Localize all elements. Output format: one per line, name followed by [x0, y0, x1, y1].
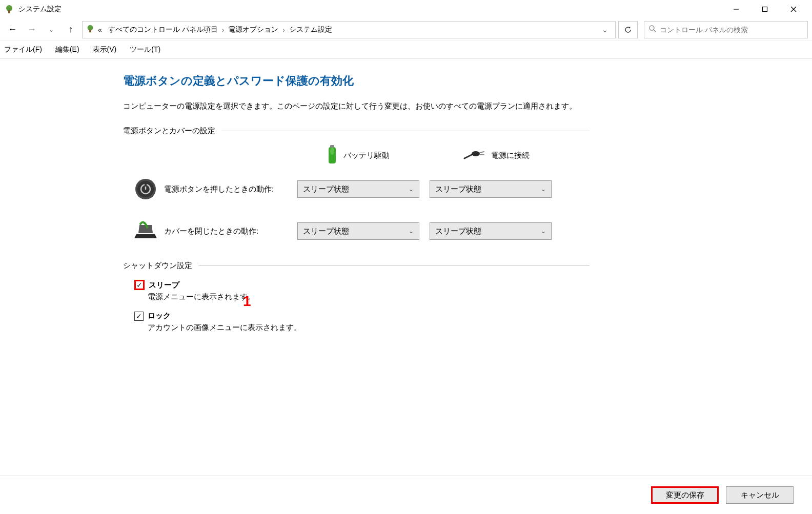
- lock-checkbox-desc: アカウントの画像メニューに表示されます。: [148, 323, 590, 333]
- breadcrumb-icon: [86, 24, 95, 35]
- menu-tools[interactable]: ツール(T): [128, 44, 163, 55]
- column-plugged-label: 電源に接続: [491, 151, 530, 160]
- divider: [221, 131, 590, 131]
- chevron-down-icon: ⌄: [409, 186, 414, 193]
- svg-rect-3: [763, 7, 767, 12]
- plug-icon: [463, 149, 486, 161]
- chevron-down-icon: ⌄: [409, 228, 414, 235]
- close-lid-label: カバーを閉じたときの動作:: [164, 227, 297, 236]
- breadcrumb-item[interactable]: システム設定: [286, 25, 335, 34]
- sleep-checkbox-label: スリープ: [149, 280, 179, 290]
- svg-line-10: [654, 30, 656, 32]
- close-lid-plugged-select[interactable]: スリープ状態 ⌄: [430, 222, 552, 240]
- up-button[interactable]: ↑: [63, 22, 79, 38]
- divider: [198, 265, 590, 266]
- chevron-down-icon: ⌄: [541, 228, 546, 235]
- checkbox-item-sleep: ✓ スリープ 電源メニューに表示されます。: [134, 280, 590, 302]
- breadcrumb-item[interactable]: すべてのコントロール パネル項目: [105, 25, 221, 34]
- power-button-label: 電源ボタンを押したときの動作:: [164, 184, 297, 194]
- refresh-button[interactable]: [618, 21, 638, 38]
- column-battery-label: バッテリ駆動: [343, 151, 390, 160]
- svg-point-14: [472, 151, 480, 156]
- laptop-icon: [133, 219, 158, 243]
- titlebar: システム設定: [0, 0, 812, 18]
- menu-file[interactable]: ファイル(F): [2, 44, 44, 55]
- app-icon: [4, 4, 14, 14]
- setting-row-power-button: 電源ボタンを押したときの動作: スリープ状態 ⌄ スリープ状態 ⌄: [133, 177, 590, 201]
- search-input[interactable]: [660, 26, 803, 34]
- annotation-marker-1: 1: [243, 293, 251, 310]
- setting-row-close-lid: カバーを閉じたときの動作: スリープ状態 ⌄ スリープ状態 ⌄: [133, 219, 590, 243]
- search-icon: [648, 25, 657, 34]
- lock-checkbox[interactable]: ✓: [134, 312, 144, 321]
- select-value: スリープ状態: [303, 184, 349, 194]
- search-box[interactable]: [644, 21, 808, 38]
- section-title: シャットダウン設定: [123, 261, 192, 271]
- svg-rect-1: [8, 10, 10, 13]
- svg-point-13: [330, 148, 334, 155]
- svg-line-15: [480, 152, 484, 153]
- menu-view[interactable]: 表示(V): [91, 44, 119, 55]
- select-value: スリープ状態: [435, 184, 481, 194]
- page-title: 電源ボタンの定義とパスワード保護の有効化: [123, 73, 590, 89]
- svg-rect-12: [330, 145, 334, 148]
- column-headers: バッテリ駆動 電源に接続: [123, 145, 590, 166]
- page-description: コンピューターの電源設定を選択できます。このページの設定に対して行う変更は、お使…: [123, 99, 584, 113]
- content: 電源ボタンの定義とパスワード保護の有効化 コンピューターの電源設定を選択できます…: [0, 59, 590, 333]
- breadcrumb-item[interactable]: 電源オプション: [225, 25, 281, 34]
- sleep-checkbox-desc: 電源メニューに表示されます。: [148, 292, 590, 302]
- checkbox-item-lock: ✓ ロック アカウントの画像メニューに表示されます。: [134, 311, 590, 333]
- sleep-checkbox[interactable]: ✓: [134, 280, 145, 290]
- chevron-right-icon: ›: [281, 26, 286, 34]
- forward-button[interactable]: →: [24, 22, 40, 38]
- maximize-button[interactable]: [750, 1, 779, 17]
- select-value: スリープ状態: [303, 227, 349, 236]
- section-header-shutdown: シャットダウン設定: [123, 261, 590, 271]
- recent-button[interactable]: ⌄: [43, 22, 59, 38]
- lock-checkbox-label: ロック: [148, 311, 171, 321]
- svg-rect-7: [89, 30, 91, 32]
- breadcrumb[interactable]: « すべてのコントロール パネル項目 › 電源オプション › システム設定 ⌄: [82, 21, 616, 38]
- window-title: システム設定: [18, 5, 722, 14]
- section-title: 電源ボタンとカバーの設定: [123, 126, 215, 136]
- menu-edit[interactable]: 編集(E): [53, 44, 82, 55]
- menubar: ファイル(F) 編集(E) 表示(V) ツール(T): [0, 41, 812, 59]
- chevron-down-icon: ⌄: [541, 186, 546, 193]
- power-button-plugged-select[interactable]: スリープ状態 ⌄: [430, 180, 552, 198]
- svg-rect-21: [145, 182, 147, 187]
- power-button-battery-select[interactable]: スリープ状態 ⌄: [297, 180, 419, 198]
- svg-point-9: [649, 26, 654, 30]
- battery-icon: [326, 145, 338, 166]
- close-lid-battery-select[interactable]: スリープ状態 ⌄: [297, 222, 419, 240]
- navbar: ← → ⌄ ↑ « すべてのコントロール パネル項目 › 電源オプション › シ…: [0, 18, 812, 41]
- breadcrumb-dropdown[interactable]: ⌄: [598, 26, 612, 34]
- chevron-right-icon: ›: [221, 26, 226, 34]
- select-value: スリープ状態: [435, 227, 481, 236]
- back-button[interactable]: ←: [4, 22, 21, 38]
- minimize-button[interactable]: [722, 1, 750, 17]
- power-button-icon: [133, 177, 158, 201]
- section-header-buttons: 電源ボタンとカバーの設定: [123, 126, 590, 136]
- close-button[interactable]: [779, 1, 808, 17]
- breadcrumb-prefix[interactable]: «: [95, 26, 105, 34]
- svg-marker-8: [629, 27, 631, 29]
